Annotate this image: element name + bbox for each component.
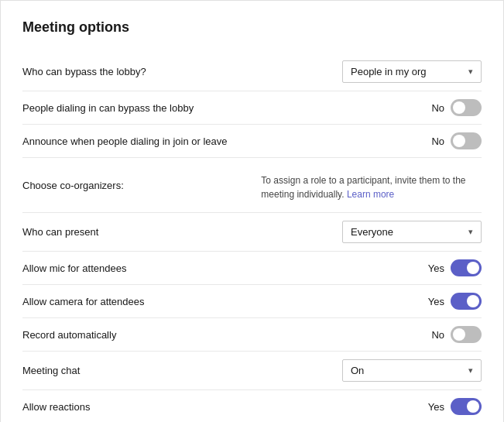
toggle-label-allow-mic: Yes — [428, 262, 444, 274]
toggle-label-dialin-bypass: No — [431, 102, 444, 114]
options-row-allow-reactions: Allow reactionsYes — [22, 390, 482, 423]
dropdown-meeting-chat[interactable]: On▾ — [342, 359, 482, 382]
label-bypass-lobby: Who can bypass the lobby? — [22, 53, 261, 91]
toggle-label-allow-reactions: Yes — [428, 401, 444, 413]
toggle-label-announce-dial: No — [431, 136, 444, 147]
options-row-record-auto: Record automaticallyNo — [22, 318, 482, 352]
toggle-thumb-allow-reactions — [467, 400, 479, 413]
toggle-record-auto[interactable] — [451, 326, 482, 343]
control-co-organizers: To assign a role to a participant, invit… — [261, 158, 482, 213]
dropdown-value-meeting-chat: On — [351, 365, 364, 376]
toggle-dialin-bypass[interactable] — [451, 99, 482, 116]
control-dialin-bypass: No — [261, 91, 482, 125]
info-text-co-organizers: To assign a role to a participant, invit… — [261, 166, 482, 204]
control-who-can-present: Everyone▾ — [261, 213, 482, 252]
options-row-announce-dial: Announce when people dialing in join or … — [22, 125, 482, 158]
meeting-options-panel: Meeting options Who can bypass the lobby… — [0, 0, 504, 422]
control-allow-reactions: Yes — [261, 390, 482, 423]
toggle-thumb-announce-dial — [453, 135, 465, 147]
toggle-label-record-auto: No — [431, 329, 444, 341]
control-bypass-lobby: People in my org▾ — [261, 53, 482, 91]
chevron-down-icon: ▾ — [468, 365, 473, 376]
label-announce-dial: Announce when people dialing in join or … — [22, 125, 261, 158]
chevron-down-icon: ▾ — [468, 67, 473, 77]
dropdown-value-who-can-present: Everyone — [351, 226, 393, 238]
toggle-thumb-dialin-bypass — [453, 101, 465, 114]
info-link-co-organizers[interactable]: Learn more — [347, 189, 394, 200]
options-row-dialin-bypass: People dialing in can bypass the lobbyNo — [22, 91, 482, 125]
control-announce-dial: No — [261, 125, 482, 158]
label-allow-reactions: Allow reactions — [22, 390, 261, 423]
options-row-co-organizers: Choose co-organizers:To assign a role to… — [22, 158, 482, 213]
toggle-allow-mic[interactable] — [451, 259, 482, 276]
label-co-organizers: Choose co-organizers: — [22, 158, 261, 213]
toggle-announce-dial[interactable] — [451, 132, 482, 149]
dropdown-who-can-present[interactable]: Everyone▾ — [342, 221, 482, 243]
options-row-meeting-chat: Meeting chatOn▾ — [22, 352, 482, 390]
label-allow-mic: Allow mic for attendees — [22, 252, 261, 285]
page-title: Meeting options — [22, 19, 482, 36]
label-dialin-bypass: People dialing in can bypass the lobby — [22, 91, 261, 125]
toggle-thumb-record-auto — [453, 328, 465, 341]
label-meeting-chat: Meeting chat — [22, 352, 261, 390]
options-table: Who can bypass the lobby?People in my or… — [22, 53, 482, 422]
toggle-thumb-allow-mic — [467, 262, 479, 274]
chevron-down-icon: ▾ — [468, 227, 473, 237]
control-meeting-chat: On▾ — [261, 352, 482, 390]
toggle-allow-reactions[interactable] — [451, 398, 482, 415]
dropdown-value-bypass-lobby: People in my org — [351, 66, 427, 77]
control-record-auto: No — [261, 318, 482, 352]
label-record-auto: Record automatically — [22, 318, 261, 352]
toggle-label-allow-camera: Yes — [428, 296, 444, 307]
options-row-allow-mic: Allow mic for attendeesYes — [22, 252, 482, 285]
control-allow-mic: Yes — [261, 252, 482, 285]
toggle-thumb-allow-camera — [467, 295, 479, 307]
label-who-can-present: Who can present — [22, 213, 261, 252]
options-row-allow-camera: Allow camera for attendeesYes — [22, 285, 482, 318]
options-row-bypass-lobby: Who can bypass the lobby?People in my or… — [22, 53, 482, 91]
control-allow-camera: Yes — [261, 285, 482, 318]
label-allow-camera: Allow camera for attendees — [22, 285, 261, 318]
dropdown-bypass-lobby[interactable]: People in my org▾ — [342, 60, 482, 83]
toggle-allow-camera[interactable] — [451, 293, 482, 310]
options-row-who-can-present: Who can presentEveryone▾ — [22, 213, 482, 252]
